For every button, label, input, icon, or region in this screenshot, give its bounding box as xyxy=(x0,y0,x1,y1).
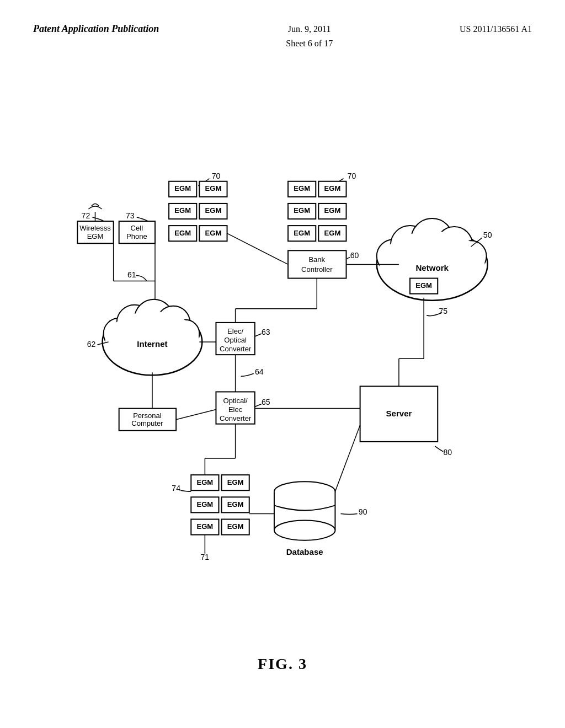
ref-80: 80 xyxy=(444,448,452,457)
svg-text:Converter: Converter xyxy=(220,345,252,353)
svg-text:EGM: EGM xyxy=(197,478,214,486)
page-header: Patent Application Publication Jun. 9, 2… xyxy=(0,22,565,50)
svg-text:EGM: EGM xyxy=(227,522,244,531)
svg-text:EGM: EGM xyxy=(324,206,341,215)
svg-text:EGM: EGM xyxy=(205,206,222,215)
svg-text:Bank: Bank xyxy=(308,255,325,264)
network-label: Network xyxy=(416,263,449,272)
ref-70: 70 xyxy=(212,172,221,180)
svg-text:EGM: EGM xyxy=(174,206,191,215)
svg-point-98 xyxy=(274,520,335,540)
svg-text:EGM: EGM xyxy=(294,206,310,215)
svg-text:EGM: EGM xyxy=(174,184,191,192)
ref-71: 71 xyxy=(201,553,210,561)
header-sheet: Sheet 6 of 17 xyxy=(286,36,333,51)
ref-64: 64 xyxy=(255,367,264,376)
svg-text:Optical/: Optical/ xyxy=(223,397,248,405)
svg-text:EGM: EGM xyxy=(415,281,432,290)
svg-text:EGM: EGM xyxy=(294,229,310,237)
header-center: Jun. 9, 2011 Sheet 6 of 17 xyxy=(286,22,333,50)
svg-text:Elec/: Elec/ xyxy=(227,327,243,335)
ref-61: 61 xyxy=(127,270,136,279)
svg-text:EGM: EGM xyxy=(324,184,341,192)
svg-text:Cell: Cell xyxy=(131,224,143,232)
svg-text:EGM: EGM xyxy=(324,229,341,237)
ref-65: 65 xyxy=(262,398,270,406)
header-date: Jun. 9, 2011 xyxy=(286,22,333,36)
figure-caption: FIG. 3 xyxy=(0,655,565,673)
svg-text:EGM: EGM xyxy=(205,184,222,192)
ref-72: 72 xyxy=(82,211,90,220)
ref-62: 62 xyxy=(87,340,96,349)
svg-line-70 xyxy=(176,410,216,420)
ref-60: 60 xyxy=(350,251,359,260)
svg-text:EGM: EGM xyxy=(227,478,244,486)
ref-70b: 70 xyxy=(348,172,356,180)
svg-text:EGM: EGM xyxy=(205,229,222,237)
svg-text:EGM: EGM xyxy=(174,229,191,237)
header-right: US 2011/136561 A1 xyxy=(460,22,532,36)
ref-50: 50 xyxy=(483,231,492,239)
svg-text:Computer: Computer xyxy=(131,419,163,427)
svg-text:EGM: EGM xyxy=(197,522,214,531)
ref-74: 74 xyxy=(172,484,180,493)
svg-text:EGM: EGM xyxy=(294,184,310,192)
diagram-svg: Network 50 EGM 75 70 EGM EGM EGM xyxy=(33,88,532,585)
svg-text:Elec: Elec xyxy=(228,405,243,414)
svg-text:Wirelesss: Wirelesss xyxy=(79,224,111,232)
ref-63: 63 xyxy=(262,328,270,336)
ref-73: 73 xyxy=(126,211,135,220)
svg-text:Personal: Personal xyxy=(133,411,162,420)
svg-line-99 xyxy=(335,425,360,492)
svg-line-38 xyxy=(227,233,288,264)
header-patent: US 2011/136561 A1 xyxy=(460,22,532,36)
database-label: Database xyxy=(286,547,323,556)
svg-text:Optical: Optical xyxy=(224,336,247,344)
internet-label: Internet xyxy=(137,339,167,349)
header-left: Patent Application Publication xyxy=(33,22,159,36)
svg-text:Converter: Converter xyxy=(220,414,252,422)
svg-text:EGM: EGM xyxy=(197,500,214,508)
patent-page: Patent Application Publication Jun. 9, 2… xyxy=(0,0,565,728)
svg-text:EGM: EGM xyxy=(227,500,244,508)
ref-90: 90 xyxy=(359,507,367,516)
svg-text:Phone: Phone xyxy=(126,232,147,240)
ref-75: 75 xyxy=(439,307,447,315)
diagram-area: Network 50 EGM 75 70 EGM EGM EGM xyxy=(33,88,532,585)
svg-text:Controller: Controller xyxy=(301,265,333,274)
svg-text:EGM: EGM xyxy=(87,232,104,240)
patent-pub-label: Patent Application Publication xyxy=(33,23,159,34)
server-label: Server xyxy=(386,409,412,418)
